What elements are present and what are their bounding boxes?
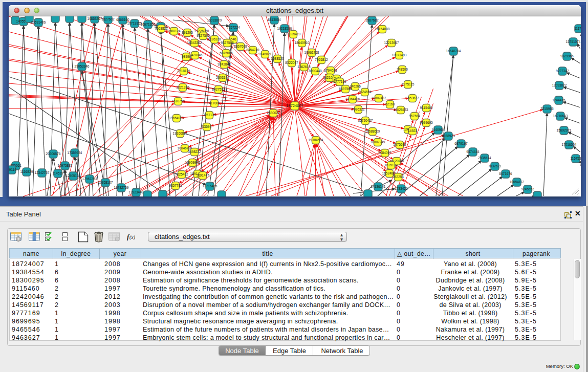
svg-text:17957253: 17957253 [82,177,97,181]
svg-text:9329966: 9329966 [560,54,574,58]
svg-text:12342757: 12342757 [35,171,50,174]
svg-text:17016504: 17016504 [562,143,577,146]
svg-text:98996: 98996 [182,55,191,58]
svg-text:1733426: 1733426 [395,187,408,190]
svg-text:(x): (x) [129,234,136,240]
svg-text:8938923: 8938923 [442,134,455,138]
svg-text:6466160: 6466160 [116,18,129,21]
svg-text:10958107: 10958107 [98,181,113,184]
svg-text:6794028: 6794028 [324,69,337,72]
svg-text:15720407: 15720407 [358,119,373,122]
svg-text:7632621: 7632621 [488,164,502,168]
svg-text:14923: 14923 [408,129,417,133]
svg-text:6497568: 6497568 [339,87,352,91]
svg-text:1362615: 1362615 [297,65,311,69]
svg-text:748500: 748500 [397,68,408,71]
svg-text:8322037: 8322037 [285,61,298,64]
svg-text:9227342: 9227342 [556,69,569,73]
svg-text:252254: 252254 [393,175,404,179]
svg-text:9146821: 9146821 [258,52,272,56]
svg-text:1527602: 1527602 [101,17,115,21]
svg-text:2867608: 2867608 [234,45,247,48]
svg-text:8990448: 8990448 [309,69,322,73]
svg-text:5875685: 5875685 [220,51,233,55]
svg-text:16543362: 16543362 [187,41,202,45]
svg-text:16033809: 16033809 [207,18,222,22]
svg-text:19654983: 19654983 [169,116,184,120]
svg-text:3267130: 3267130 [203,113,216,117]
svg-text:9115460: 9115460 [420,106,433,110]
svg-text:2530023: 2530023 [267,111,280,115]
svg-text:16671355: 16671355 [141,23,156,26]
svg-text:15751074: 15751074 [566,40,581,43]
svg-text:16909948: 16909948 [185,161,200,164]
svg-text:957564: 957564 [409,114,420,118]
svg-text:20691406: 20691406 [31,20,46,24]
svg-text:9660124: 9660124 [167,29,181,33]
svg-text:15692971: 15692971 [557,128,572,132]
svg-text:2718126: 2718126 [177,69,190,73]
svg-text:18640910: 18640910 [295,41,310,45]
svg-text:18724007: 18724007 [286,103,303,108]
svg-text:9777169: 9777169 [333,80,346,83]
svg-text:1975115: 1975115 [402,82,415,86]
svg-text:13716485: 13716485 [203,184,217,188]
svg-text:8186328: 8186328 [208,37,221,41]
svg-text:1640954: 1640954 [431,128,445,132]
svg-text:20206576: 20206576 [46,152,61,156]
svg-text:1588520: 1588520 [271,57,284,60]
svg-text:1691447: 1691447 [196,173,209,177]
svg-text:1553627: 1553627 [406,96,419,100]
svg-text:9327508: 9327508 [221,41,234,45]
svg-text:417006: 417006 [209,101,220,105]
svg-text:9699695: 9699695 [420,121,433,124]
svg-text:12505135: 12505135 [66,174,81,178]
svg-text:10961758: 10961758 [304,51,319,54]
svg-text:19166827: 19166827 [173,132,188,135]
svg-text:1975692: 1975692 [393,143,406,146]
svg-text:16210643: 16210643 [553,114,568,118]
svg-text:12093872: 12093872 [552,83,567,87]
svg-text:21364436: 21364436 [345,97,360,101]
svg-text:2887682: 2887682 [365,18,379,22]
svg-text:9327503: 9327503 [197,34,210,37]
svg-text:10688609: 10688609 [365,129,380,133]
svg-text:2803144: 2803144 [216,76,229,79]
svg-text:116753: 116753 [570,157,581,160]
svg-text:8813054: 8813054 [268,18,281,21]
svg-text:19384554: 19384554 [309,138,323,142]
svg-text:8427552: 8427552 [212,87,225,91]
svg-text:7986322: 7986322 [352,107,365,111]
svg-text:10046798: 10046798 [178,146,192,150]
svg-text:7955812: 7955812 [315,58,328,61]
svg-text:1615132: 1615132 [384,163,398,167]
svg-text:891295: 891295 [182,31,193,34]
svg-text:19218596: 19218596 [277,27,292,30]
svg-text:10719155: 10719155 [127,21,142,25]
svg-text:9857791: 9857791 [169,184,182,187]
svg-text:9245652: 9245652 [521,187,534,191]
svg-text:29053346: 29053346 [75,64,90,68]
svg-text:10025433: 10025433 [394,108,408,112]
svg-text:546: 546 [231,37,236,41]
svg-text:10975887: 10975887 [58,164,73,167]
svg-text:2935514: 2935514 [478,156,491,160]
svg-text:10973493: 10973493 [392,53,407,57]
svg-text:3498222: 3498222 [188,150,201,154]
svg-text:6879197: 6879197 [454,142,468,145]
svg-text:16154808: 16154808 [375,27,390,31]
svg-text:7663822: 7663822 [155,27,168,30]
svg-text:9242848: 9242848 [217,62,231,66]
svg-text:17359934: 17359934 [68,151,82,155]
svg-text:8471676: 8471676 [499,172,512,176]
svg-text:53594: 53594 [202,125,211,128]
svg-text:7357224: 7357224 [227,26,240,29]
svg-text:1221336: 1221336 [176,85,189,89]
svg-text:39114: 39114 [9,168,16,171]
svg-text:1244415: 1244415 [552,98,565,102]
svg-text:16782759: 16782759 [114,186,129,189]
svg-text:114519: 114519 [52,171,63,175]
svg-text:12923448: 12923448 [129,190,144,194]
svg-text:62160: 62160 [385,102,395,106]
svg-text:9084067: 9084067 [378,151,391,155]
